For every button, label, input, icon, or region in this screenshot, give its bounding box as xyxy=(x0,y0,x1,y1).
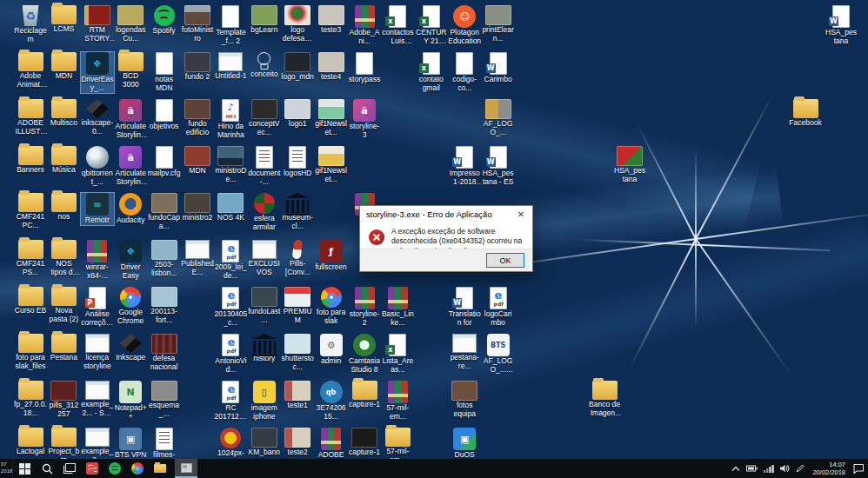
desktop-icon-20130405-c[interactable]: 20130405_c... xyxy=(214,287,247,328)
desktop-icon-untitled-1[interactable]: Untitled-1 xyxy=(214,52,247,81)
desktop-icon-fundocapa[interactable]: fundoCapa... xyxy=(148,193,181,231)
desktop-icon-adobe-animate-c[interactable]: Adobe Animate C... xyxy=(14,52,47,90)
desktop-icon-winrar-x64[interactable]: winrar-x64-... xyxy=(81,240,114,281)
desktop-icon-objetivos[interactable]: objetivos xyxy=(148,99,181,131)
desktop-icon-cmf241ps[interactable]: CMF241PS... xyxy=(14,240,47,277)
desktop-icon-af-logo-escuro[interactable]: BTSAF_LOGO_... Escuro xyxy=(482,334,515,375)
desktop-icon-nos-tipos-de-liga-o-fibra[interactable]: NOS tipos de ligação Fibra xyxy=(47,240,80,277)
desktop-icon-document[interactable]: document-... xyxy=(248,146,281,187)
desktop-icon-imagem-iphone[interactable]: ▯imagem iphone xyxy=(248,381,281,422)
desktop-icon-facebook[interactable]: Facebook xyxy=(789,99,822,128)
desktop-icon-banco-de-imagens[interactable]: Banco de Imagens ... xyxy=(588,381,621,418)
desktop-icon-bglearn[interactable]: bgLearn xyxy=(248,5,281,35)
desktop-icon-example-2-sl1-backup[interactable]: example_2... - SL1 Backup xyxy=(81,381,114,418)
desktop-icon-m-sica[interactable]: Música xyxy=(47,146,80,175)
desktop-icon-nos[interactable]: nos xyxy=(47,193,80,222)
desktop-icon-pestana[interactable]: Pestana xyxy=(47,334,80,362)
desktop-icon-esquema[interactable]: esquema_... xyxy=(148,381,181,419)
taskbar-app-chrome[interactable] xyxy=(126,459,149,478)
desktop-icon-audacity[interactable]: Audacity xyxy=(114,193,147,225)
desktop-icon-fullscreen[interactable]: ƒfullscreen xyxy=(315,240,348,272)
desktop-icon-ministrode[interactable]: ministroDe... xyxy=(214,146,247,184)
desktop-icon-storyline-3[interactable]: āstoryline-3 xyxy=(348,99,381,140)
taskbar-app-red[interactable] xyxy=(81,459,103,478)
desktop-icon-nova-pasta-2[interactable]: Nova pasta (2) xyxy=(47,287,80,324)
desktop-icon-adobe-illustrat[interactable]: ADOBE ILLUSTRAT... xyxy=(14,99,47,136)
desktop-icon-rc-20171230-e-final-lro[interactable]: RC 20171230 e final LRo... xyxy=(214,381,247,422)
desktop-icon-fundo-edificio[interactable]: fundo edificio xyxy=(181,99,214,137)
desktop-icon-ministro2[interactable]: ministro2 xyxy=(181,193,214,222)
desktop-icon-museum-cl[interactable]: museum-cl... xyxy=(281,193,314,231)
desktop-icon-spotify[interactable]: Spotify xyxy=(148,5,181,36)
tray-pen-icon[interactable] xyxy=(796,464,805,473)
desktop-icon-impresso-1-2018-rh[interactable]: Impresso 1-2018 RH... xyxy=(448,146,481,187)
desktop-icon-teste4[interactable]: teste4 xyxy=(315,52,348,82)
desktop-icon-mdn[interactable]: MDN xyxy=(181,146,214,176)
desktop-icon-hsa-pestana[interactable]: HSA_pestana xyxy=(825,5,858,46)
task-view-button[interactable] xyxy=(58,459,81,478)
desktop-icon-pills-conv[interactable]: Pills-[Conv... xyxy=(281,240,314,277)
desktop-icon-inkscape[interactable]: Inkscape xyxy=(114,334,147,362)
desktop-icon-storyline-2[interactable]: storyline-2 xyxy=(348,287,381,328)
desktop-icon-conceptvec[interactable]: conceptVec... xyxy=(248,99,281,137)
desktop-icon-esfera-armilar[interactable]: esfera armilar xyxy=(248,193,281,232)
desktop-icon-template-f-2[interactable]: Template_f... 2 xyxy=(214,5,247,46)
desktop-icon-notas-mdn[interactable]: notas MDN xyxy=(148,52,181,93)
desktop-icon-capture-1[interactable]: capture-1 xyxy=(348,381,381,409)
desktop-icon-bts-vpn[interactable]: ▣BTS VPN xyxy=(114,428,147,460)
desktop-icon-logoshd[interactable]: logosHD xyxy=(281,146,314,178)
desktop-icon-defesa-nacional[interactable]: defesa nacional xyxy=(148,334,181,372)
desktop-icon-200113-fort[interactable]: 200113-fort... xyxy=(148,287,181,325)
desktop-icon-2009-lei-de[interactable]: 2009_lei_de... xyxy=(214,240,247,281)
desktop-icon-lactogal[interactable]: Lactogal xyxy=(14,428,47,456)
desktop-icon-fotos-equipa[interactable]: fotos equipa xyxy=(448,381,481,419)
desktop-icon-lcms[interactable]: LCMS xyxy=(47,5,80,34)
action-center-icon[interactable] xyxy=(853,464,864,474)
desktop-icon-teste1[interactable]: teste1 xyxy=(281,381,314,410)
desktop-icon-storypass[interactable]: storypass xyxy=(348,52,381,84)
desktop-icon-codigo-co[interactable]: codigo-co... xyxy=(448,52,481,93)
desktop-icon-licen-a-storyline[interactable]: licença storyline xyxy=(81,334,114,371)
desktop-icon-drivereasy[interactable]: ❖DriverEasy_... xyxy=(81,52,114,93)
desktop-icon-logendascu[interactable]: logendasCu... xyxy=(114,5,147,43)
desktop-icon-lista-areas[interactable]: Lista_Areas... xyxy=(381,334,414,375)
desktop-icon-translation-for[interactable]: Translation for xyxy=(448,287,481,328)
desktop-icon-multisco[interactable]: Multisco xyxy=(47,99,80,128)
search-button[interactable] xyxy=(36,459,58,478)
desktop-icon-capture-1[interactable]: capture-1 xyxy=(348,428,381,457)
desktop-icon-2503-lisbon[interactable]: 2503-lisbon... xyxy=(148,240,181,278)
desktop-icon-fp-27-0-0-18[interactable]: fp_27.0.0.18... xyxy=(14,381,47,418)
desktop-icon-driver-easy[interactable]: ❖Driver Easy xyxy=(114,240,147,281)
desktop-icon-57-mil-em[interactable]: 57-mil-em... xyxy=(381,381,414,422)
start-button[interactable] xyxy=(13,459,36,478)
desktop-icon-an-lise-corre-es[interactable]: Análise correções... xyxy=(81,287,114,328)
desktop-icon-duos[interactable]: ▣DuOS xyxy=(448,428,481,460)
desktop-icon-adobe-ani[interactable]: Adobe_Ani... xyxy=(348,5,381,46)
desktop-icon-teste3[interactable]: teste3 xyxy=(315,5,348,35)
desktop-icon-logocarimbo[interactable]: logoCarimbo xyxy=(482,287,515,328)
desktop-icon-publishede[interactable]: PublishedE... xyxy=(181,240,214,277)
desktop-icon-af-logo[interactable]: AF_LOGO_... xyxy=(482,99,515,137)
desktop-icon-gif1newslet[interactable]: gif1Newslet... xyxy=(315,146,348,184)
desktop-icon-contato-gmail[interactable]: contato gmail xyxy=(415,52,448,93)
desktop-icon-admin[interactable]: ⚙admin xyxy=(315,334,348,366)
taskbar-app-file-explorer[interactable] xyxy=(149,459,171,478)
desktop-icon-fundo-2[interactable]: fundo 2 xyxy=(181,52,214,82)
desktop-icon-conceito[interactable]: conceito xyxy=(248,52,281,79)
desktop-icon-fotoministro[interactable]: fotoMinistro xyxy=(181,5,214,43)
desktop-icon-cmf241pc[interactable]: CMF241PC... xyxy=(14,193,47,230)
desktop-icon-contactos-luis-rocha[interactable]: contactos Luis Rocha xyxy=(381,5,414,46)
desktop-icon-inkscape-0[interactable]: inkscape-0... xyxy=(81,99,114,136)
desktop-icon-remotr[interactable]: ∞Remotr xyxy=(81,193,114,225)
tray-volume-icon[interactable] xyxy=(780,464,790,473)
taskbar-app-spotify[interactable] xyxy=(103,459,126,478)
desktop-icon-camtasia-studio-8[interactable]: Camtasia Studio 8 xyxy=(348,334,381,375)
taskbar-clock[interactable]: 14:07 20/02/2018 xyxy=(811,461,847,477)
desktop-icon-foto-para-slak[interactable]: foto para slak xyxy=(315,287,348,326)
desktop-icon-reciclagem[interactable]: ♻Reciclagem xyxy=(14,5,47,44)
desktop-icon-articulate-storyline-3[interactable]: āArticulate Storyline 3 xyxy=(114,146,147,187)
desktop-icon-logo1[interactable]: logo1 xyxy=(281,99,314,129)
desktop-icon-antoniovid[interactable]: AntonioVid... xyxy=(214,334,247,375)
desktop-icon-printelearn[interactable]: printElearn... xyxy=(482,5,515,43)
close-icon[interactable]: ✕ xyxy=(510,206,532,222)
